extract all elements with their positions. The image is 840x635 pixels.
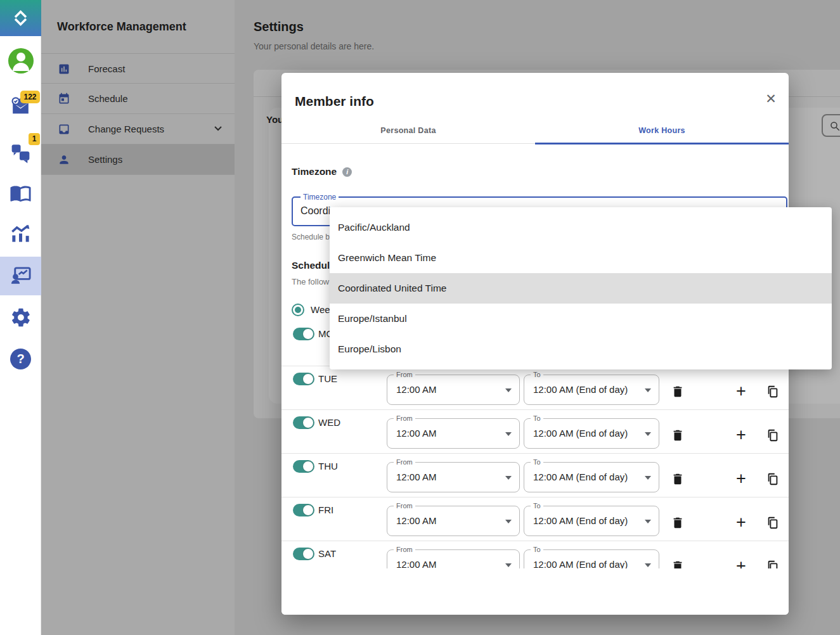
day-row-wed: WED From12:00 AM To12:00 AM (End of day)… [281,409,789,453]
dropdown-arrow-icon [505,476,512,480]
dropdown-arrow-icon [645,476,651,480]
tue-toggle[interactable] [293,373,314,385]
from-select-label: From [394,546,415,553]
timezone-helper-text: Schedule b [292,233,330,241]
help-icon[interactable]: ? [10,349,31,369]
analytics-trend-icon[interactable] [10,222,32,245]
toggle-knob [302,328,314,340]
avatar-head [16,53,25,61]
copy-icon[interactable] [766,428,780,442]
to-select-value: 12:00 AM (End of day) [533,471,628,482]
delete-icon[interactable] [671,516,685,530]
tab-personal-data[interactable]: Personal Data [281,117,535,144]
add-interval-icon[interactable]: + [734,472,748,486]
dropdown-arrow-icon [645,520,651,523]
day-row-fri: FRI From12:00 AM To12:00 AM (End of day)… [281,497,789,541]
day-label: WED [318,417,340,428]
to-select[interactable]: To12:00 AM (End of day) [524,506,659,536]
dropdown-arrow-icon [645,388,651,392]
logo-diamond-icon [10,8,31,29]
toggle-knob [302,373,314,385]
add-interval-icon[interactable]: + [734,516,748,530]
scheduling-heading: Scheduli [292,260,333,271]
timezone-section-heading: Timezone i [292,166,352,177]
icon-rail: 122 1 ? [0,0,41,635]
dropdown-arrow-icon [505,563,512,567]
to-select-label: To [531,502,543,510]
from-select[interactable]: From12:00 AM [387,506,520,536]
active-tab-underline [535,143,789,144]
day-label: THU [318,461,338,471]
toggle-knob [302,461,314,472]
dropdown-option[interactable]: Europe/Istanbul [330,304,832,334]
book-icon[interactable] [10,182,32,204]
info-icon[interactable]: i [342,167,352,177]
fri-toggle[interactable] [293,504,314,516]
weekly-radio-label: Wee [311,304,330,315]
avatar-body [13,63,29,71]
inbox-count-badge: 122 [20,91,40,103]
toggle-knob [302,417,314,428]
from-select[interactable]: From12:00 AM [387,418,520,449]
day-row-tue: TUE From12:00 AM To12:00 AM (End of day)… [281,366,789,409]
chat-count-badge: 1 [29,133,40,145]
day-label: SAT [318,548,336,559]
from-select-value: 12:00 AM [396,428,436,439]
dialog-title: Member info [295,94,374,109]
dropdown-arrow-icon [505,432,512,436]
sat-toggle[interactable] [293,548,314,560]
to-select-value: 12:00 AM (End of day) [533,384,628,395]
dropdown-arrow-icon [505,520,512,523]
from-select[interactable]: From12:00 AM [387,462,520,492]
delete-icon[interactable] [671,428,685,442]
to-select[interactable]: To12:00 AM (End of day) [524,375,659,405]
add-interval-icon[interactable]: + [734,428,748,442]
wed-toggle[interactable] [293,416,314,429]
timezone-dropdown: Pacific/Auckland Greenwich Mean Time Coo… [330,207,832,369]
timezone-input-label: Timezone [300,193,339,202]
dialog-footer: CANCEL APPLY NEW SETTINGS [281,568,789,615]
from-select-label: From [394,414,415,422]
copy-icon[interactable] [766,472,780,486]
to-select-value: 12:00 AM (End of day) [533,515,628,526]
dropdown-option[interactable]: Europe/Lisbon [330,334,832,364]
dropdown-arrow-icon [645,432,651,436]
from-select-value: 12:00 AM [396,515,436,526]
to-select-value: 12:00 AM (End of day) [533,428,628,439]
to-select[interactable]: To12:00 AM (End of day) [524,462,659,492]
dropdown-option[interactable]: Pacific/Auckland [330,212,832,243]
thu-toggle[interactable] [293,460,314,473]
from-select-value: 12:00 AM [396,384,436,395]
dropdown-arrow-icon [645,563,651,567]
weekly-radio[interactable] [292,304,304,316]
delete-icon[interactable] [671,385,685,399]
day-label: FRI [318,504,333,515]
scheduling-description: The follow [292,277,329,286]
day-row-thu: THU From12:00 AM To12:00 AM (End of day)… [281,453,789,497]
radio-dot [295,307,301,313]
from-select[interactable]: From12:00 AM [387,375,520,405]
to-select-label: To [531,414,543,422]
dialog-tabs: Personal Data Work Hours [281,117,789,144]
add-interval-icon[interactable]: + [734,385,748,399]
dropdown-option[interactable]: Greenwich Mean Time [330,243,832,273]
to-select[interactable]: To12:00 AM (End of day) [524,418,659,449]
from-select-label: From [394,458,415,466]
copy-icon[interactable] [766,385,780,399]
mon-toggle[interactable] [293,328,314,340]
profile-avatar-button[interactable] [8,48,34,74]
dropdown-option-highlighted[interactable]: Coordinated United Time [330,273,832,304]
tab-work-hours[interactable]: Work Hours [535,117,789,144]
to-select-label: To [531,371,543,378]
delete-icon[interactable] [671,472,685,486]
from-select-label: From [394,371,415,378]
coaching-board-icon[interactable] [10,264,32,286]
timezone-input-value: Coordi [300,205,330,217]
gear-icon[interactable] [10,307,32,328]
from-select-label: From [394,502,415,510]
close-icon[interactable]: ✕ [762,90,780,108]
copy-icon[interactable] [766,516,780,530]
from-select-value: 12:00 AM [396,471,436,482]
toggle-knob [302,548,314,560]
to-select-label: To [531,546,543,553]
